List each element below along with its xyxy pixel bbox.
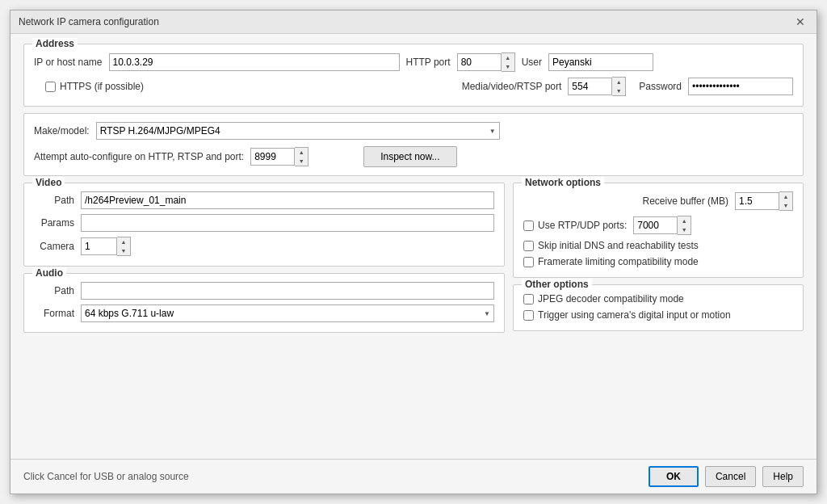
- other-options-label: Other options: [522, 279, 592, 290]
- close-button[interactable]: ✕: [792, 15, 808, 28]
- http-port-input[interactable]: [457, 53, 502, 71]
- password-input[interactable]: [688, 78, 793, 95]
- trigger-row: Trigger using camera's digital input or …: [523, 309, 793, 321]
- auto-config-row: Attempt auto-configure on HTTP, RTSP and…: [34, 146, 793, 167]
- main-content: Video Path Params Camera: [23, 183, 804, 449]
- framerate-checkbox[interactable]: [523, 257, 534, 267]
- other-options-section: Other options JPEG decoder compatibility…: [513, 284, 804, 331]
- rtp-checkbox[interactable]: [523, 220, 534, 231]
- audio-format-label: Format: [34, 308, 74, 319]
- skip-dns-label: Skip initial DNS and reachability tests: [538, 240, 699, 251]
- video-path-input[interactable]: [81, 191, 494, 209]
- rtp-port-input[interactable]: [633, 216, 678, 234]
- auto-config-label: Attempt auto-configure on HTTP, RTSP and…: [34, 151, 244, 162]
- receive-buffer-up[interactable]: ▲: [779, 192, 792, 201]
- video-camera-label: Camera: [34, 241, 74, 252]
- video-params-input[interactable]: [81, 214, 494, 232]
- config-section: Make/model: RTSP H.264/MJPG/MPEG4 Generi…: [23, 113, 804, 176]
- camera-up[interactable]: ▲: [117, 237, 130, 246]
- https-label: HTTPS (if possible): [60, 81, 144, 92]
- trigger-label: Trigger using camera's digital input or …: [538, 309, 731, 321]
- jpeg-label: JPEG decoder compatibility mode: [538, 293, 684, 304]
- jpeg-checkbox[interactable]: [523, 294, 534, 304]
- dialog-body: Address IP or host name HTTP port ▲ ▼ Us…: [10, 34, 817, 459]
- rtp-port-down[interactable]: ▼: [678, 225, 691, 234]
- auto-config-port-spin: ▲ ▼: [250, 147, 309, 166]
- audio-path-row: Path: [34, 282, 494, 300]
- http-port-down[interactable]: ▼: [502, 62, 514, 71]
- video-camera-row: Camera ▲ ▼: [34, 237, 494, 256]
- skip-dns-checkbox-label[interactable]: Skip initial DNS and reachability tests: [523, 240, 699, 251]
- rtp-port-spin: ▲ ▼: [633, 216, 691, 235]
- http-port-spin: ▲ ▼: [457, 52, 515, 72]
- auto-config-port-input[interactable]: [250, 148, 295, 166]
- audio-format-select[interactable]: 64 kbps G.711 u-law 128 kbps G.711 a-law…: [81, 304, 494, 322]
- audio-path-input[interactable]: [81, 282, 494, 300]
- jpeg-row: JPEG decoder compatibility mode: [523, 293, 793, 304]
- rtp-row: Use RTP/UDP ports: ▲ ▼: [523, 216, 793, 235]
- jpeg-checkbox-label[interactable]: JPEG decoder compatibility mode: [523, 293, 684, 304]
- https-checkbox-label[interactable]: HTTPS (if possible): [45, 81, 144, 92]
- address-row2: HTTPS (if possible) Media/video/RTSP por…: [34, 77, 793, 96]
- left-panel: Video Path Params Camera: [23, 183, 505, 449]
- media-port-label: Media/video/RTSP port: [462, 81, 562, 92]
- video-section-label: Video: [32, 177, 65, 188]
- skip-dns-row: Skip initial DNS and reachability tests: [523, 240, 793, 251]
- camera-input[interactable]: [81, 237, 117, 255]
- framerate-label: Framerate limiting compatibility mode: [538, 256, 699, 267]
- ok-button[interactable]: OK: [649, 466, 699, 487]
- make-model-label: Make/model:: [34, 125, 90, 136]
- media-port-spin: ▲ ▼: [568, 77, 626, 96]
- rtp-port-up[interactable]: ▲: [678, 216, 691, 225]
- dialog-title: Network IP camera configuration: [19, 16, 159, 27]
- network-options-label: Network options: [522, 177, 604, 188]
- user-label: User: [522, 57, 542, 68]
- video-section: Video Path Params Camera: [23, 183, 505, 267]
- make-model-row: Make/model: RTSP H.264/MJPG/MPEG4 Generi…: [34, 122, 793, 140]
- footer-buttons: OK Cancel Help: [649, 466, 804, 487]
- ip-label: IP or host name: [34, 57, 103, 68]
- ip-input[interactable]: [109, 53, 400, 71]
- trigger-checkbox[interactable]: [523, 310, 534, 321]
- audio-path-label: Path: [34, 285, 74, 296]
- media-port-down[interactable]: ▼: [612, 86, 625, 95]
- video-path-row: Path: [34, 191, 494, 209]
- auto-config-port-up[interactable]: ▲: [295, 148, 308, 157]
- receive-buffer-row: Receive buffer (MB) ▲ ▼: [523, 191, 793, 211]
- skip-dns-checkbox[interactable]: [523, 241, 534, 251]
- audio-format-select-wrapper: 64 kbps G.711 u-law 128 kbps G.711 a-law…: [81, 304, 494, 322]
- address-section-label: Address: [32, 38, 78, 49]
- make-model-select[interactable]: RTSP H.264/MJPG/MPEG4 Generic AXIS Sony …: [96, 122, 500, 140]
- help-button[interactable]: Help: [762, 466, 804, 487]
- footer: Click Cancel for USB or analog source OK…: [10, 459, 817, 494]
- camera-down[interactable]: ▼: [117, 246, 130, 255]
- address-row1: IP or host name HTTP port ▲ ▼ User: [34, 52, 793, 72]
- http-port-label: HTTP port: [406, 57, 451, 68]
- receive-buffer-input[interactable]: [735, 192, 779, 210]
- framerate-checkbox-label[interactable]: Framerate limiting compatibility mode: [523, 256, 699, 267]
- https-checkbox[interactable]: [45, 82, 56, 92]
- camera-spin: ▲ ▼: [81, 237, 131, 256]
- footer-hint: Click Cancel for USB or analog source: [23, 471, 189, 482]
- auto-config-port-down[interactable]: ▼: [295, 157, 308, 166]
- framerate-row: Framerate limiting compatibility mode: [523, 256, 793, 267]
- cancel-button[interactable]: Cancel: [705, 466, 756, 487]
- audio-section-label: Audio: [32, 267, 66, 279]
- user-input[interactable]: [548, 53, 653, 71]
- video-params-row: Params: [34, 214, 494, 232]
- trigger-checkbox-label[interactable]: Trigger using camera's digital input or …: [523, 309, 731, 321]
- video-params-label: Params: [34, 217, 74, 229]
- receive-buffer-down[interactable]: ▼: [779, 201, 792, 210]
- media-port-input[interactable]: [568, 78, 612, 95]
- dialog: Network IP camera configuration ✕ Addres…: [10, 10, 817, 494]
- inspect-button[interactable]: Inspect now...: [363, 146, 456, 167]
- audio-format-row: Format 64 kbps G.711 u-law 128 kbps G.71…: [34, 304, 494, 322]
- rtp-checkbox-label[interactable]: Use RTP/UDP ports:: [523, 220, 627, 231]
- title-bar: Network IP camera configuration ✕: [10, 10, 817, 34]
- media-port-up[interactable]: ▲: [612, 78, 625, 86]
- address-section: Address IP or host name HTTP port ▲ ▼ Us…: [23, 44, 804, 107]
- http-port-up[interactable]: ▲: [502, 53, 514, 62]
- receive-buffer-spin: ▲ ▼: [735, 191, 793, 211]
- rtp-label: Use RTP/UDP ports:: [538, 220, 627, 231]
- make-model-select-wrapper: RTSP H.264/MJPG/MPEG4 Generic AXIS Sony …: [96, 122, 500, 140]
